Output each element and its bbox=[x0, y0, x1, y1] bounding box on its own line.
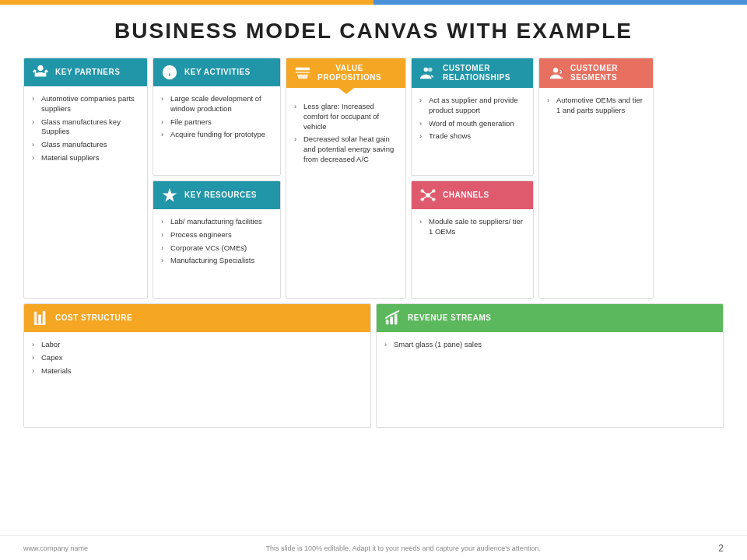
svg-line-11 bbox=[428, 191, 433, 196]
key-partners-card: KEY PARTNERS Automotive companies parts … bbox=[23, 58, 148, 299]
svg-rect-18 bbox=[34, 324, 46, 324]
list-item: Glass manufactures bbox=[32, 138, 139, 152]
channels-header: CHANNELS bbox=[412, 181, 533, 209]
key-resources-body: Lab/ manufacturing facilities Process en… bbox=[153, 209, 280, 298]
svg-point-3 bbox=[424, 68, 429, 72]
customer-rel-channels-col: CUSTOMER RELATIONSHIPS Act as supplier a… bbox=[411, 58, 534, 299]
customer-relationships-header: CUSTOMER RELATIONSHIPS bbox=[412, 58, 533, 88]
key-resources-label: KEY RESOURCES bbox=[184, 191, 257, 200]
activities-resources-col: KEY ACTIVITIES Large scale development o… bbox=[153, 58, 281, 299]
list-item: Corporate VCs (OMEs) bbox=[161, 242, 272, 255]
customer-segments-header: CUSTOMER SEGMENTS bbox=[539, 58, 653, 88]
value-propositions-list: Less glare: Increased comfort for occupa… bbox=[294, 100, 398, 166]
customer-relationships-label: CUSTOMER RELATIONSHIPS bbox=[443, 64, 525, 82]
list-item: Act as supplier and provide product supp… bbox=[419, 94, 525, 117]
list-item: Lab/ manufacturing facilities bbox=[161, 215, 272, 229]
list-item: Trade shows bbox=[419, 130, 525, 143]
revenue-streams-body: Smart glass (1 pane) sales bbox=[377, 332, 723, 427]
list-item: Manufacturing Specialists bbox=[161, 254, 272, 268]
customer-segments-icon bbox=[547, 65, 564, 82]
list-item: Labor bbox=[32, 338, 363, 352]
customer-relationships-card: CUSTOMER RELATIONSHIPS Act as supplier a… bbox=[411, 58, 534, 176]
svg-rect-1 bbox=[296, 68, 310, 71]
footer-page-number: 2 bbox=[718, 543, 724, 554]
channels-icon bbox=[419, 187, 437, 204]
title-area: BUSINESS MODEL CANVAS WITH EXAMPLE bbox=[0, 5, 747, 51]
key-resources-list: Lab/ manufacturing facilities Process en… bbox=[161, 215, 272, 268]
cost-structure-list: Labor Capex Materials bbox=[32, 338, 363, 377]
activities-icon bbox=[161, 64, 178, 81]
list-item: Less glare: Increased comfort for occupa… bbox=[294, 100, 398, 133]
cost-structure-header: COST STRUCTURE bbox=[24, 304, 370, 332]
list-item: Automotive OEMs and tier 1 and parts sup… bbox=[547, 94, 645, 117]
value-propositions-card: VALUEPROPOSITIONS Less glare: Increased … bbox=[286, 58, 406, 299]
list-item: Glass manufactures key Supplies bbox=[32, 116, 139, 139]
channels-label: CHANNELS bbox=[443, 191, 489, 200]
key-partners-list: Automotive companies parts suppliers Gla… bbox=[32, 93, 139, 165]
value-propositions-header: VALUEPROPOSITIONS bbox=[286, 58, 405, 88]
value-icon bbox=[294, 65, 311, 82]
svg-rect-21 bbox=[395, 314, 398, 325]
svg-line-10 bbox=[423, 191, 428, 196]
page-title: BUSINESS MODEL CANVAS WITH EXAMPLE bbox=[0, 19, 747, 44]
bottom-section: COST STRUCTURE Labor Capex Materials bbox=[23, 303, 724, 428]
customer-segments-body: Automotive OEMs and tier 1 and parts sup… bbox=[539, 88, 653, 298]
value-propositions-body: Less glare: Increased comfort for occupa… bbox=[286, 94, 405, 298]
list-item: Automotive companies parts suppliers bbox=[32, 93, 139, 116]
list-item: Word of mouth generation bbox=[419, 117, 525, 131]
key-partners-header: KEY PARTNERS bbox=[24, 58, 147, 86]
svg-rect-2 bbox=[296, 72, 310, 73]
cost-icon bbox=[32, 310, 49, 327]
value-propositions-label: VALUEPROPOSITIONS bbox=[317, 64, 381, 82]
svg-point-4 bbox=[428, 68, 433, 72]
canvas-main: KEY PARTNERS Automotive companies parts … bbox=[0, 51, 747, 428]
customer-segments-label: CUSTOMER SEGMENTS bbox=[570, 64, 645, 82]
list-item: Module sale to suppliers/ tier 1 OEMs bbox=[419, 215, 525, 239]
resources-icon bbox=[161, 187, 178, 204]
footer-caption: This slide is 100% editable. Adapt it to… bbox=[265, 544, 540, 552]
svg-point-14 bbox=[553, 68, 558, 72]
cost-structure-body: Labor Capex Materials bbox=[24, 332, 370, 427]
handshake-icon bbox=[32, 64, 49, 81]
cost-structure-label: COST STRUCTURE bbox=[55, 313, 132, 323]
channels-card: CHANNELS Module sale to suppliers/ tier … bbox=[411, 180, 534, 299]
revenue-streams-label: REVENUE STREAMS bbox=[408, 313, 492, 323]
customer-rel-icon bbox=[419, 65, 437, 82]
cost-structure-card: COST STRUCTURE Labor Capex Materials bbox=[23, 303, 371, 428]
list-item: Material suppliers bbox=[32, 152, 139, 165]
top-section: KEY PARTNERS Automotive companies parts … bbox=[23, 58, 724, 299]
key-activities-body: Large scale development of window produc… bbox=[153, 86, 280, 175]
list-item: Capex bbox=[32, 352, 363, 365]
channels-list: Module sale to suppliers/ tier 1 OEMs bbox=[419, 215, 525, 239]
footer: www.company name This slide is 100% edit… bbox=[0, 535, 747, 560]
svg-line-13 bbox=[428, 195, 433, 200]
revenue-streams-card: REVENUE STREAMS Smart glass (1 pane) sal… bbox=[376, 303, 724, 428]
key-resources-header: KEY RESOURCES bbox=[153, 181, 280, 209]
list-item: Materials bbox=[32, 365, 363, 378]
revenue-streams-list: Smart glass (1 pane) sales bbox=[384, 338, 715, 352]
list-item: File partners bbox=[161, 116, 272, 129]
key-activities-card: KEY ACTIVITIES Large scale development o… bbox=[153, 58, 281, 176]
revenue-icon bbox=[384, 310, 402, 327]
revenue-streams-header: REVENUE STREAMS bbox=[377, 304, 723, 332]
footer-website: www.company name bbox=[23, 544, 88, 552]
svg-line-12 bbox=[423, 195, 428, 200]
key-activities-list: Large scale development of window produc… bbox=[161, 93, 272, 142]
key-partners-body: Automotive companies parts suppliers Gla… bbox=[24, 86, 147, 298]
customer-relationships-body: Act as supplier and provide product supp… bbox=[412, 88, 533, 175]
key-partners-label: KEY PARTNERS bbox=[55, 68, 120, 77]
key-activities-header: KEY ACTIVITIES bbox=[153, 58, 280, 86]
svg-rect-19 bbox=[386, 320, 389, 324]
key-activities-label: KEY ACTIVITIES bbox=[184, 68, 251, 77]
svg-rect-15 bbox=[34, 312, 37, 325]
customer-segments-list: Automotive OEMs and tier 1 and parts sup… bbox=[547, 94, 645, 117]
list-item: Large scale development of window produc… bbox=[161, 93, 272, 116]
svg-rect-20 bbox=[390, 317, 393, 324]
list-item: Decreased solar heat gain and potential … bbox=[294, 133, 398, 166]
key-resources-card: KEY RESOURCES Lab/ manufacturing facilit… bbox=[153, 180, 281, 299]
svg-rect-17 bbox=[43, 311, 46, 324]
customer-relationships-list: Act as supplier and provide product supp… bbox=[419, 94, 525, 143]
svg-rect-16 bbox=[38, 314, 41, 324]
channels-body: Module sale to suppliers/ tier 1 OEMs bbox=[412, 209, 533, 298]
list-item: Acquire funding for prototype bbox=[161, 128, 272, 142]
